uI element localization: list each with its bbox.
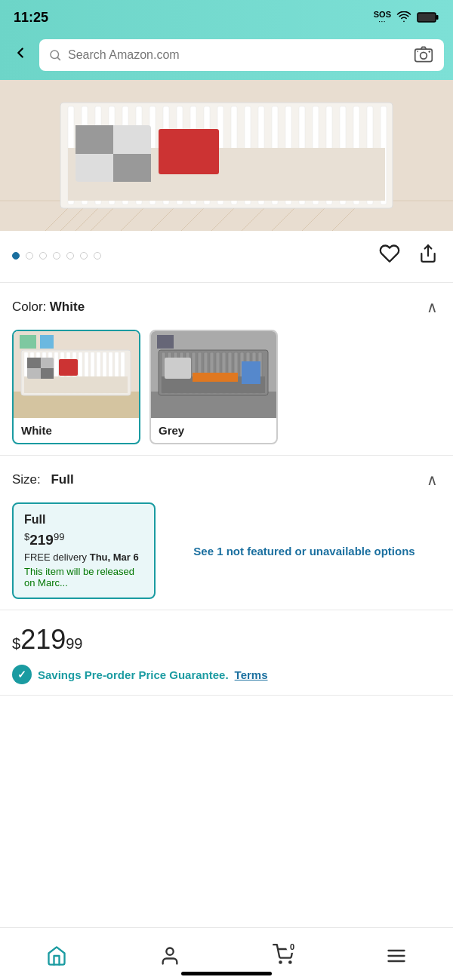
size-release-text: This item will be released on Marc... [24, 566, 143, 588]
svg-point-4 [421, 52, 427, 59]
search-box [39, 39, 444, 71]
size-section-header: Size: Full ∧ [12, 468, 441, 492]
sos-icon: SOS ··· [374, 11, 391, 25]
dot-6[interactable] [80, 252, 88, 260]
menu-icon [386, 945, 407, 966]
size-label: Size: Full [12, 472, 74, 487]
size-delivery-text: FREE delivery Thu, Mar 6 [24, 551, 143, 563]
nav-menu-button[interactable] [371, 941, 422, 971]
dot-3[interactable] [39, 252, 47, 260]
action-buttons [376, 240, 441, 272]
share-button[interactable] [415, 241, 441, 271]
size-full-price: $21999 [24, 531, 143, 548]
color-option-grey[interactable]: Grey [149, 330, 278, 444]
svg-rect-1 [436, 15, 439, 20]
savings-label: Savings Pre-order Price Guarantee. [38, 668, 229, 681]
home-icon [46, 945, 67, 966]
dot-7[interactable] [94, 252, 101, 260]
size-options: Full $21999 FREE delivery Thu, Mar 6 Thi… [12, 502, 441, 599]
svg-rect-74 [41, 368, 54, 379]
battery-icon [417, 11, 439, 23]
color-option-white[interactable]: White [12, 330, 140, 444]
color-img-grey [151, 331, 276, 418]
svg-rect-75 [59, 359, 78, 376]
camera-search-button[interactable] [412, 43, 435, 68]
status-time: 11:25 [14, 10, 48, 26]
color-white-label: White [14, 418, 139, 443]
account-icon [159, 945, 180, 966]
svg-rect-102 [157, 335, 174, 349]
nav-cart-button[interactable]: 0 [257, 939, 309, 972]
cart-count: 0 [286, 941, 298, 953]
color-label: Color: White [12, 300, 85, 315]
svg-rect-71 [24, 376, 128, 393]
color-grey-label: Grey [151, 418, 276, 443]
wishlist-button[interactable] [376, 240, 403, 272]
price-dollar-sign: $ [12, 635, 20, 653]
check-circle-icon: ✓ [12, 665, 32, 684]
nav-account-button[interactable] [144, 941, 196, 971]
product-image [0, 80, 453, 231]
size-full-title: Full [24, 513, 143, 527]
size-collapse-button[interactable]: ∧ [424, 468, 441, 492]
dots-row [12, 252, 101, 260]
dot-1[interactable] [12, 252, 20, 260]
price-fraction: 99 [66, 636, 82, 651]
svg-rect-77 [40, 335, 54, 349]
svg-rect-48 [113, 154, 151, 182]
svg-point-105 [289, 961, 291, 963]
svg-rect-101 [242, 361, 260, 384]
search-bar-row [0, 33, 453, 80]
svg-point-5 [429, 51, 431, 53]
color-img-white [14, 331, 139, 418]
nav-home-button[interactable] [31, 941, 82, 971]
main-price: $ 219 99 [12, 624, 441, 656]
color-collapse-button[interactable]: ∧ [424, 295, 441, 319]
dot-2[interactable] [26, 252, 33, 260]
svg-rect-73 [27, 358, 41, 368]
svg-rect-47 [76, 125, 113, 154]
svg-rect-99 [165, 358, 191, 379]
home-bar [181, 972, 272, 975]
wifi-icon [396, 11, 412, 23]
svg-rect-0 [418, 13, 436, 22]
search-input[interactable] [68, 48, 406, 62]
savings-row: ✓ Savings Pre-order Price Guarantee. Ter… [12, 665, 441, 684]
camera-icon [414, 45, 433, 64]
back-button[interactable] [9, 41, 32, 69]
price-whole: 219 [20, 624, 66, 656]
color-section-header: Color: White ∧ [12, 295, 441, 319]
size-full-card[interactable]: Full $21999 FREE delivery Thu, Mar 6 Thi… [12, 502, 156, 599]
image-controls [0, 231, 453, 283]
size-section: Size: Full ∧ Full $21999 FREE delivery T… [0, 456, 453, 610]
price-section: $ 219 99 ✓ Savings Pre-order Price Guara… [0, 610, 453, 696]
svg-rect-49 [159, 129, 219, 174]
dot-4[interactable] [53, 252, 60, 260]
size-unavailable-text[interactable]: See 1 not featured or unavailable option… [168, 543, 441, 559]
search-icon [48, 48, 62, 62]
terms-link[interactable]: Terms [235, 668, 268, 681]
svg-rect-76 [20, 335, 36, 349]
svg-rect-100 [193, 373, 238, 382]
color-section: Color: White ∧ [0, 283, 453, 456]
dot-5[interactable] [66, 252, 74, 260]
color-options: White [12, 330, 441, 444]
svg-point-104 [279, 961, 281, 963]
svg-point-103 [166, 948, 173, 954]
cart-wrapper: 0 [273, 944, 294, 967]
status-icons: SOS ··· [374, 11, 439, 25]
status-bar: 11:25 SOS ··· [0, 0, 453, 33]
